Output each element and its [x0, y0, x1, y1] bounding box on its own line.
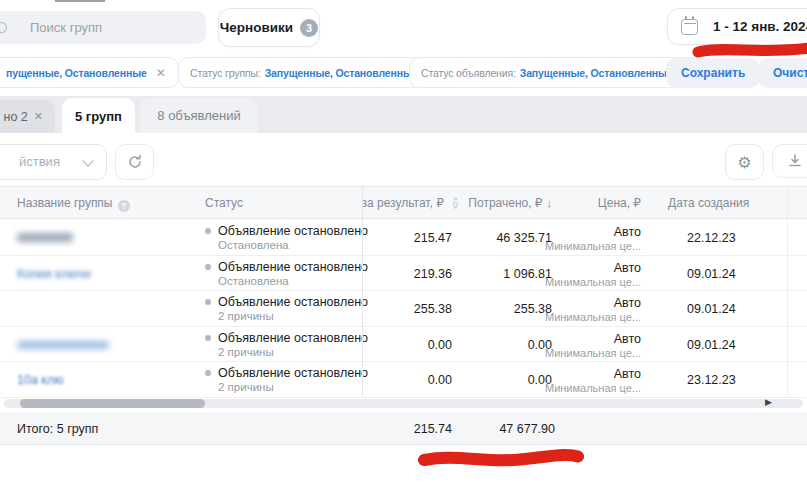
price-value: Авто: [520, 367, 641, 381]
chevron-down-icon: [82, 155, 93, 166]
totals-label: Итого: 5 групп: [17, 422, 98, 436]
chip-label: Статус объявления:: [421, 67, 516, 79]
cost-per-result-value: 219.36: [352, 267, 452, 281]
price-strategy: Минимальная це...: [520, 276, 641, 288]
price-cell: Авто Минимальная це...: [520, 261, 641, 288]
drafts-count-badge: 3: [300, 19, 318, 37]
cost-per-result-value: 255.38: [352, 302, 452, 316]
search-placeholder: Поиск групп: [30, 20, 102, 35]
close-icon[interactable]: ✕: [34, 110, 43, 123]
status-subtext: Остановлена: [218, 275, 368, 287]
clear-filters-button[interactable]: Очистить: [758, 58, 807, 88]
status-subtext: 2 причины: [218, 310, 368, 322]
actions-dropdown[interactable]: йствия: [0, 144, 107, 180]
status-subtext: 2 причины: [218, 346, 368, 358]
chip-value: пущенные, Остановленные: [6, 67, 147, 79]
status-text: Объявление остановлено: [218, 331, 368, 345]
status-cell: Объявление остановлено 2 причины: [205, 295, 368, 322]
status-subtext: 2 причины: [218, 381, 368, 393]
table-row: Объявление остановлено Остановлена 215.4…: [0, 220, 807, 256]
status-cell: Объявление остановлено Остановлена: [205, 224, 368, 251]
drafts-button[interactable]: Черновики 3: [218, 8, 320, 47]
tab-ads[interactable]: 8 объявлений: [140, 98, 258, 133]
sort-desc-icon: ↓: [547, 197, 553, 209]
created-date: 09.01.24: [687, 338, 736, 352]
tab-label: 8 объявлений: [157, 108, 240, 123]
search-input[interactable]: Поиск групп: [0, 11, 206, 44]
price-value: Авто: [520, 332, 641, 346]
gear-icon: ⚙: [737, 153, 751, 172]
status-subtext: Остановлена: [218, 239, 368, 251]
column-header-price[interactable]: Цена, ₽: [561, 196, 641, 210]
chip-label: Статус группы:: [190, 67, 261, 79]
date-range-value: 1 - 12 янв. 2024: [713, 19, 807, 34]
column-divider: [787, 186, 788, 397]
price-strategy: Минимальная це...: [520, 347, 641, 359]
ads-manager-screen: Поиск групп Черновики 3 1 - 12 янв. 2024…: [0, 0, 807, 487]
column-header-created[interactable]: Дата создания: [668, 196, 749, 210]
price-cell: Авто Минимальная це...: [520, 296, 641, 323]
hscrollbar-right-arrow[interactable]: ▶: [765, 397, 772, 407]
created-date: 09.01.24: [687, 267, 736, 281]
price-cell: Авто Минимальная це...: [520, 225, 641, 252]
price-value: Авто: [520, 225, 641, 239]
table-header: Название группы? Статус Цена за результа…: [0, 186, 807, 219]
settings-button[interactable]: ⚙: [725, 144, 764, 180]
calendar-icon: [681, 19, 698, 35]
close-icon[interactable]: ✕: [156, 66, 166, 80]
status-dot-icon: [205, 335, 211, 341]
search-icon: [0, 22, 7, 33]
tab-selected-items[interactable]: но 2 ✕: [0, 100, 55, 133]
actions-label: йствия: [19, 154, 60, 169]
top-edge-fragment: [55, 0, 105, 2]
status-cell: Объявление остановлено 2 причины: [205, 331, 368, 358]
drafts-label: Черновики: [220, 20, 293, 35]
status-dot-icon: [205, 299, 211, 305]
status-text: Объявление остановлено: [218, 260, 368, 274]
totals-spent: 47 677.90: [455, 422, 555, 436]
status-cell: Объявление остановлено Остановлена: [205, 260, 368, 287]
tab-label: но 2: [4, 110, 28, 124]
chip-value: Запущенные, Остановленные: [520, 67, 673, 79]
save-filters-button[interactable]: Сохранить: [666, 58, 760, 88]
status-text: Объявление остановлено: [218, 366, 368, 380]
refresh-icon: [127, 154, 143, 170]
created-date: 22.12.23: [687, 231, 736, 245]
group-name-link[interactable]: Копия ключи: [17, 267, 91, 281]
price-value: Авто: [520, 296, 641, 310]
chip-value: Запущенные, Остановленные: [265, 67, 418, 79]
status-dot-icon: [205, 370, 211, 376]
totals-cost-per-result: 215.74: [352, 422, 452, 436]
totals-row: Итого: 5 групп 215.74 47 677.90: [0, 412, 807, 445]
date-range-picker[interactable]: 1 - 12 янв. 2024: [667, 8, 807, 45]
tab-groups[interactable]: 5 групп: [62, 98, 135, 134]
export-icon: [787, 153, 803, 169]
group-name-link[interactable]: 10а клю: [17, 373, 64, 387]
column-header-name: Название группы?: [17, 196, 130, 212]
red-underline-date: [698, 48, 807, 53]
filter-chip-group-status[interactable]: Статус группы: Запущенные, Остановленные…: [178, 57, 448, 88]
table-row: Объявление остановлено 2 причины 0.00 0.…: [0, 327, 807, 363]
help-icon[interactable]: ?: [118, 200, 131, 213]
status-dot-icon: [205, 264, 211, 270]
table-row: 10а клю Объявление остановлено 2 причины…: [0, 362, 807, 398]
column-header-cost-per-result[interactable]: Цена за результат, ₽?: [362, 196, 458, 210]
column-header-spent[interactable]: Потрачено, ₽↓: [450, 196, 552, 210]
cost-per-result-value: 0.00: [352, 373, 452, 387]
status-text: Объявление остановлено: [218, 295, 368, 309]
price-cell: Авто Минимальная це...: [520, 367, 641, 394]
price-strategy: Минимальная це...: [520, 311, 641, 323]
created-date: 09.01.24: [687, 302, 736, 316]
refresh-button[interactable]: [115, 144, 154, 180]
table-row: Объявление остановлено 2 причины 255.38 …: [0, 291, 807, 327]
price-strategy: Минимальная це...: [520, 240, 641, 252]
hscrollbar-thumb[interactable]: [20, 399, 205, 408]
export-button[interactable]: [772, 144, 807, 178]
status-cell: Объявление остановлено 2 причины: [205, 366, 368, 393]
filter-chip-ad-status[interactable]: Статус объявления: Запущенные, Остановле…: [409, 57, 703, 88]
price-value: Авто: [520, 261, 641, 275]
group-name-link[interactable]: [17, 341, 109, 349]
group-name-link[interactable]: [17, 233, 73, 242]
filter-chip-campaign-status[interactable]: пущенные, Остановленные ✕: [0, 57, 179, 88]
price-cell: Авто Минимальная це...: [520, 332, 641, 359]
